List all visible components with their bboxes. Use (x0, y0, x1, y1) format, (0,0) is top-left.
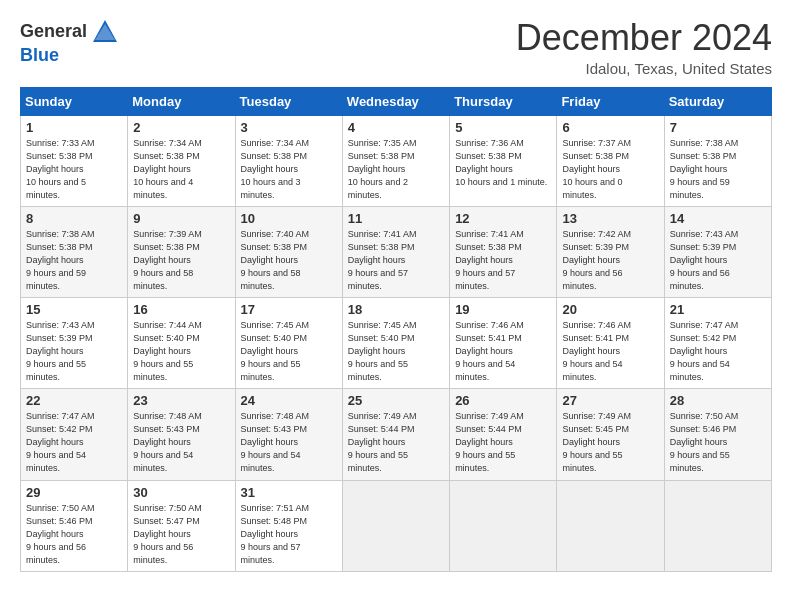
calendar-cell: 17Sunrise: 7:45 AMSunset: 5:40 PMDayligh… (235, 298, 342, 389)
calendar-cell: 2Sunrise: 7:34 AMSunset: 5:38 PMDaylight… (128, 115, 235, 206)
day-number: 6 (562, 120, 658, 135)
day-info: Sunrise: 7:50 AMSunset: 5:47 PMDaylight … (133, 502, 229, 567)
weekday-header-friday: Friday (557, 87, 664, 115)
calendar-table: SundayMondayTuesdayWednesdayThursdayFrid… (20, 87, 772, 572)
day-number: 26 (455, 393, 551, 408)
day-number: 25 (348, 393, 444, 408)
day-info: Sunrise: 7:49 AMSunset: 5:44 PMDaylight … (455, 410, 551, 475)
day-number: 28 (670, 393, 766, 408)
day-number: 13 (562, 211, 658, 226)
calendar-cell: 16Sunrise: 7:44 AMSunset: 5:40 PMDayligh… (128, 298, 235, 389)
day-number: 7 (670, 120, 766, 135)
calendar-cell: 25Sunrise: 7:49 AMSunset: 5:44 PMDayligh… (342, 389, 449, 480)
calendar-cell: 31Sunrise: 7:51 AMSunset: 5:48 PMDayligh… (235, 480, 342, 571)
calendar-cell: 15Sunrise: 7:43 AMSunset: 5:39 PMDayligh… (21, 298, 128, 389)
day-number: 31 (241, 485, 337, 500)
calendar-cell (557, 480, 664, 571)
weekday-header-wednesday: Wednesday (342, 87, 449, 115)
day-info: Sunrise: 7:38 AMSunset: 5:38 PMDaylight … (26, 228, 122, 293)
weekday-header-tuesday: Tuesday (235, 87, 342, 115)
weekday-header-sunday: Sunday (21, 87, 128, 115)
calendar-cell: 4Sunrise: 7:35 AMSunset: 5:38 PMDaylight… (342, 115, 449, 206)
month-title: December 2024 (516, 18, 772, 58)
day-info: Sunrise: 7:47 AMSunset: 5:42 PMDaylight … (26, 410, 122, 475)
day-info: Sunrise: 7:46 AMSunset: 5:41 PMDaylight … (455, 319, 551, 384)
day-number: 20 (562, 302, 658, 317)
calendar-cell: 23Sunrise: 7:48 AMSunset: 5:43 PMDayligh… (128, 389, 235, 480)
day-number: 10 (241, 211, 337, 226)
week-row-4: 22Sunrise: 7:47 AMSunset: 5:42 PMDayligh… (21, 389, 772, 480)
calendar-cell: 1Sunrise: 7:33 AMSunset: 5:38 PMDaylight… (21, 115, 128, 206)
calendar-cell: 6Sunrise: 7:37 AMSunset: 5:38 PMDaylight… (557, 115, 664, 206)
calendar-cell: 28Sunrise: 7:50 AMSunset: 5:46 PMDayligh… (664, 389, 771, 480)
day-number: 3 (241, 120, 337, 135)
week-row-3: 15Sunrise: 7:43 AMSunset: 5:39 PMDayligh… (21, 298, 772, 389)
day-info: Sunrise: 7:43 AMSunset: 5:39 PMDaylight … (26, 319, 122, 384)
day-number: 16 (133, 302, 229, 317)
day-info: Sunrise: 7:44 AMSunset: 5:40 PMDaylight … (133, 319, 229, 384)
calendar-cell (664, 480, 771, 571)
day-info: Sunrise: 7:41 AMSunset: 5:38 PMDaylight … (455, 228, 551, 293)
calendar-cell: 20Sunrise: 7:46 AMSunset: 5:41 PMDayligh… (557, 298, 664, 389)
logo: General Blue (20, 18, 119, 66)
day-number: 22 (26, 393, 122, 408)
logo-icon (91, 18, 119, 46)
location: Idalou, Texas, United States (516, 60, 772, 77)
calendar-cell: 22Sunrise: 7:47 AMSunset: 5:42 PMDayligh… (21, 389, 128, 480)
page: General Blue December 2024 Idalou, Texas… (0, 0, 792, 582)
calendar-cell: 9Sunrise: 7:39 AMSunset: 5:38 PMDaylight… (128, 206, 235, 297)
day-number: 8 (26, 211, 122, 226)
calendar-cell: 21Sunrise: 7:47 AMSunset: 5:42 PMDayligh… (664, 298, 771, 389)
day-info: Sunrise: 7:38 AMSunset: 5:38 PMDaylight … (670, 137, 766, 202)
calendar-cell: 18Sunrise: 7:45 AMSunset: 5:40 PMDayligh… (342, 298, 449, 389)
day-number: 23 (133, 393, 229, 408)
calendar-cell: 14Sunrise: 7:43 AMSunset: 5:39 PMDayligh… (664, 206, 771, 297)
day-number: 14 (670, 211, 766, 226)
calendar-cell: 7Sunrise: 7:38 AMSunset: 5:38 PMDaylight… (664, 115, 771, 206)
calendar-cell (450, 480, 557, 571)
day-number: 21 (670, 302, 766, 317)
calendar-cell: 5Sunrise: 7:36 AMSunset: 5:38 PMDaylight… (450, 115, 557, 206)
day-info: Sunrise: 7:46 AMSunset: 5:41 PMDaylight … (562, 319, 658, 384)
day-info: Sunrise: 7:41 AMSunset: 5:38 PMDaylight … (348, 228, 444, 293)
day-number: 9 (133, 211, 229, 226)
logo-general-text: General (20, 22, 87, 42)
day-info: Sunrise: 7:34 AMSunset: 5:38 PMDaylight … (133, 137, 229, 202)
day-number: 2 (133, 120, 229, 135)
day-info: Sunrise: 7:47 AMSunset: 5:42 PMDaylight … (670, 319, 766, 384)
day-number: 24 (241, 393, 337, 408)
header: General Blue December 2024 Idalou, Texas… (20, 18, 772, 77)
calendar-cell: 29Sunrise: 7:50 AMSunset: 5:46 PMDayligh… (21, 480, 128, 571)
title-block: December 2024 Idalou, Texas, United Stat… (516, 18, 772, 77)
day-info: Sunrise: 7:33 AMSunset: 5:38 PMDaylight … (26, 137, 122, 202)
calendar-cell: 27Sunrise: 7:49 AMSunset: 5:45 PMDayligh… (557, 389, 664, 480)
day-number: 19 (455, 302, 551, 317)
weekday-header-monday: Monday (128, 87, 235, 115)
week-row-2: 8Sunrise: 7:38 AMSunset: 5:38 PMDaylight… (21, 206, 772, 297)
day-number: 5 (455, 120, 551, 135)
calendar-cell (342, 480, 449, 571)
day-info: Sunrise: 7:35 AMSunset: 5:38 PMDaylight … (348, 137, 444, 202)
calendar-cell: 30Sunrise: 7:50 AMSunset: 5:47 PMDayligh… (128, 480, 235, 571)
weekday-header-thursday: Thursday (450, 87, 557, 115)
week-row-1: 1Sunrise: 7:33 AMSunset: 5:38 PMDaylight… (21, 115, 772, 206)
calendar-cell: 8Sunrise: 7:38 AMSunset: 5:38 PMDaylight… (21, 206, 128, 297)
calendar-cell: 24Sunrise: 7:48 AMSunset: 5:43 PMDayligh… (235, 389, 342, 480)
calendar-cell: 3Sunrise: 7:34 AMSunset: 5:38 PMDaylight… (235, 115, 342, 206)
day-info: Sunrise: 7:34 AMSunset: 5:38 PMDaylight … (241, 137, 337, 202)
day-number: 12 (455, 211, 551, 226)
day-info: Sunrise: 7:48 AMSunset: 5:43 PMDaylight … (133, 410, 229, 475)
day-number: 18 (348, 302, 444, 317)
svg-marker-1 (95, 24, 115, 40)
day-info: Sunrise: 7:45 AMSunset: 5:40 PMDaylight … (348, 319, 444, 384)
day-info: Sunrise: 7:51 AMSunset: 5:48 PMDaylight … (241, 502, 337, 567)
day-number: 4 (348, 120, 444, 135)
day-number: 29 (26, 485, 122, 500)
day-number: 15 (26, 302, 122, 317)
calendar-cell: 10Sunrise: 7:40 AMSunset: 5:38 PMDayligh… (235, 206, 342, 297)
week-row-5: 29Sunrise: 7:50 AMSunset: 5:46 PMDayligh… (21, 480, 772, 571)
calendar-cell: 13Sunrise: 7:42 AMSunset: 5:39 PMDayligh… (557, 206, 664, 297)
logo-blue-text: Blue (20, 45, 59, 65)
calendar-cell: 12Sunrise: 7:41 AMSunset: 5:38 PMDayligh… (450, 206, 557, 297)
day-info: Sunrise: 7:42 AMSunset: 5:39 PMDaylight … (562, 228, 658, 293)
